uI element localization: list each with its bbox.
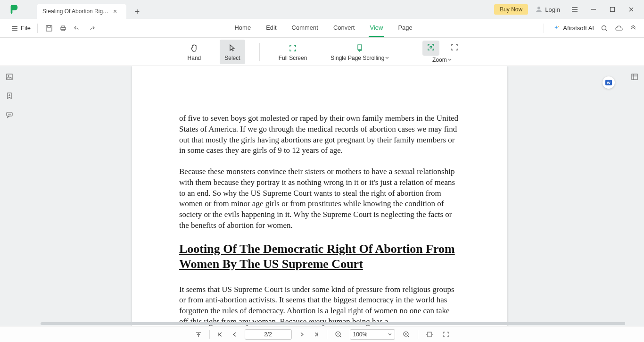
cloud-icon[interactable] bbox=[615, 25, 623, 32]
properties-icon[interactable] bbox=[630, 73, 639, 83]
zoom-fit-icon bbox=[426, 42, 436, 52]
hand-tool-button[interactable]: Hand bbox=[183, 40, 206, 64]
go-top-button[interactable] bbox=[193, 329, 204, 340]
separator bbox=[209, 330, 210, 339]
tab-home[interactable]: Home bbox=[233, 19, 252, 37]
chevron-down-icon bbox=[388, 333, 392, 336]
next-page-button[interactable] bbox=[297, 330, 306, 339]
menubar: File Home Edit Comment Convert View Page… bbox=[0, 19, 644, 38]
bookmark-icon[interactable] bbox=[5, 92, 14, 102]
collapse-ribbon-icon[interactable] bbox=[630, 25, 636, 32]
word-export-badge[interactable]: W bbox=[603, 76, 615, 89]
ai-button[interactable]: Afirstsoft AI bbox=[544, 24, 594, 33]
sparkle-icon bbox=[553, 25, 560, 32]
document-viewport[interactable]: of five to seven boys got molested or ra… bbox=[19, 66, 625, 326]
tab-title: Stealing Of Abortion Rig… bbox=[42, 8, 108, 15]
single-page-scrolling-button[interactable]: Single Page Scrolling bbox=[326, 40, 394, 64]
left-sidebar bbox=[0, 66, 19, 326]
tab-convert[interactable]: Convert bbox=[332, 19, 356, 37]
tab-page[interactable]: Page bbox=[397, 19, 413, 37]
close-tab-icon[interactable]: × bbox=[113, 8, 117, 15]
fullscreen-icon bbox=[288, 42, 297, 54]
statusbar: 100% bbox=[0, 326, 644, 342]
paragraph: of five to seven boys got molested or ra… bbox=[179, 113, 460, 156]
buy-now-button[interactable]: Buy Now bbox=[494, 4, 528, 15]
svg-point-7 bbox=[558, 26, 559, 27]
zoom-actual-icon bbox=[450, 42, 459, 52]
svg-point-8 bbox=[602, 25, 606, 30]
select-label: Select bbox=[224, 55, 240, 61]
separator bbox=[418, 330, 418, 339]
single-page-label: Single Page Scrolling bbox=[330, 55, 384, 61]
svg-rect-2 bbox=[46, 25, 52, 31]
search-icon[interactable] bbox=[601, 25, 608, 32]
maximize-button[interactable] bbox=[604, 2, 620, 17]
svg-rect-11 bbox=[7, 74, 12, 80]
comments-icon[interactable] bbox=[5, 110, 14, 121]
page-scroll-icon bbox=[355, 42, 364, 54]
user-icon bbox=[535, 5, 543, 14]
hand-icon bbox=[190, 42, 199, 54]
cursor-icon bbox=[228, 42, 237, 54]
svg-point-12 bbox=[8, 75, 9, 77]
tab-view[interactable]: View bbox=[369, 19, 384, 37]
prev-page-button[interactable] bbox=[231, 330, 239, 339]
svg-rect-16 bbox=[632, 74, 637, 80]
ai-label: Afirstsoft AI bbox=[563, 25, 594, 32]
main-tabs: Home Edit Comment Convert View Page bbox=[233, 19, 413, 37]
tab-strip: Stealing Of Abortion Rig… × + bbox=[37, 0, 144, 19]
hamburger-menu-button[interactable] bbox=[567, 2, 583, 17]
horizontal-scrollbar[interactable] bbox=[38, 322, 625, 326]
full-screen-button[interactable]: Full Screen bbox=[274, 40, 312, 64]
separator bbox=[259, 43, 260, 61]
workspace: of five to seven boys got molested or ra… bbox=[0, 66, 644, 326]
minimize-button[interactable] bbox=[586, 2, 602, 17]
zoom-fit-button[interactable] bbox=[422, 41, 439, 56]
document-page: of five to seven boys got molested or ra… bbox=[132, 66, 507, 326]
view-toolbar: Hand Select Full Screen Single Page Scro… bbox=[0, 38, 644, 66]
zoom-label: Zoom bbox=[432, 57, 447, 63]
right-sidebar bbox=[625, 66, 644, 326]
chevron-down-icon bbox=[448, 58, 452, 62]
zoom-in-button[interactable] bbox=[401, 329, 412, 340]
tab-comment[interactable]: Comment bbox=[291, 19, 319, 37]
document-tab[interactable]: Stealing Of Abortion Rig… × bbox=[37, 4, 126, 19]
page-number-input[interactable] bbox=[245, 329, 292, 340]
zoom-dropdown[interactable]: Zoom bbox=[432, 57, 452, 63]
print-icon[interactable] bbox=[59, 25, 67, 32]
login-label: Login bbox=[545, 6, 560, 13]
titlebar-actions: Buy Now Login bbox=[494, 2, 644, 17]
first-page-button[interactable] bbox=[215, 330, 225, 339]
login-button[interactable]: Login bbox=[531, 3, 564, 16]
file-menu[interactable]: File bbox=[5, 24, 38, 33]
new-tab-button[interactable]: + bbox=[130, 5, 144, 19]
separator bbox=[327, 330, 327, 339]
section-heading: Looting Of The Democratic Right Of Abort… bbox=[179, 242, 460, 272]
select-tool-button[interactable]: Select bbox=[220, 40, 245, 64]
zoom-actual-button[interactable] bbox=[448, 41, 461, 56]
last-page-button[interactable] bbox=[312, 330, 321, 339]
svg-rect-3 bbox=[48, 25, 50, 27]
app-logo bbox=[5, 4, 24, 15]
fit-page-button[interactable] bbox=[441, 329, 451, 340]
save-icon[interactable] bbox=[45, 25, 53, 32]
svg-rect-19 bbox=[428, 332, 431, 337]
undo-icon[interactable] bbox=[74, 25, 81, 32]
close-window-button[interactable] bbox=[623, 2, 639, 17]
chevron-down-icon bbox=[385, 56, 389, 60]
svg-text:W: W bbox=[607, 81, 611, 85]
redo-icon[interactable] bbox=[88, 25, 95, 32]
zoom-out-button[interactable] bbox=[333, 329, 344, 340]
file-label: File bbox=[21, 25, 31, 32]
paragraph: Because these monsters convince their si… bbox=[179, 167, 460, 231]
hamburger-icon bbox=[11, 25, 18, 31]
svg-rect-9 bbox=[358, 45, 362, 50]
hand-label: Hand bbox=[188, 55, 201, 61]
tab-edit[interactable]: Edit bbox=[265, 19, 277, 37]
thumbnails-icon[interactable] bbox=[5, 73, 14, 83]
fullscreen-label: Full Screen bbox=[279, 55, 307, 61]
fit-width-button[interactable] bbox=[424, 329, 435, 340]
zoom-level-select[interactable]: 100% bbox=[350, 329, 395, 340]
zoom-group: Zoom bbox=[422, 41, 461, 63]
svg-point-0 bbox=[537, 7, 540, 9]
